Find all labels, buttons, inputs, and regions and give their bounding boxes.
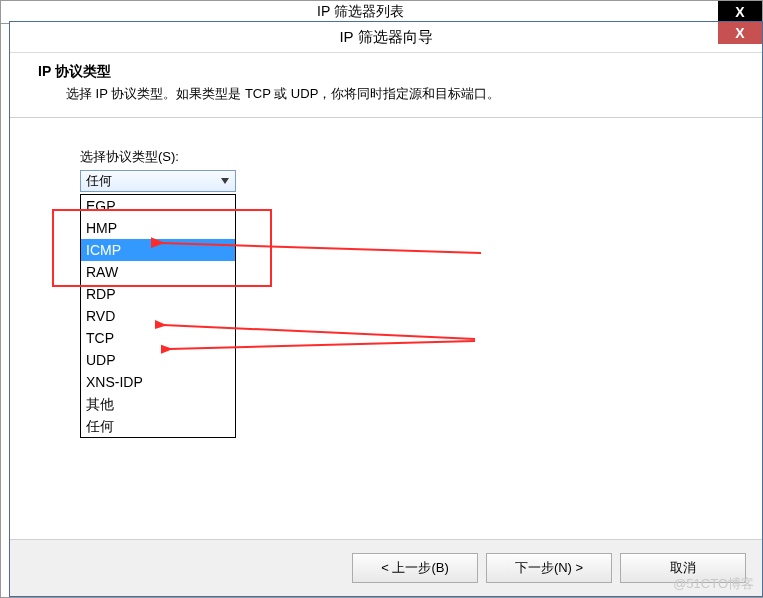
bg-window-close-button[interactable]: X	[718, 1, 762, 23]
protocol-option-icmp[interactable]: ICMP	[81, 239, 235, 261]
protocol-type-combo[interactable]: 任何	[80, 170, 236, 192]
protocol-type-label: 选择协议类型(S):	[80, 148, 762, 166]
next-button-label: 下一步(N) >	[515, 559, 583, 577]
bg-window-title: IP 筛选器列表	[317, 3, 404, 21]
close-icon: X	[735, 4, 744, 20]
outer-frame: IP 筛选器列表 X IP 筛选器向导 X IP 协议类型 选择 IP 协议类型…	[0, 0, 763, 598]
protocol-type-dropdown[interactable]: EGPHMPICMPRAWRDPRVDTCPUDPXNS-IDP其他任何	[80, 194, 236, 438]
protocol-option-egp[interactable]: EGP	[81, 195, 235, 217]
protocol-option-任何[interactable]: 任何	[81, 415, 235, 437]
wizard-body: 选择协议类型(S): 任何 EGPHMPICMPRAWRDPRVDTCPUDPX…	[10, 118, 762, 548]
back-button-label: < 上一步(B)	[381, 559, 449, 577]
protocol-option-rvd[interactable]: RVD	[81, 305, 235, 327]
protocol-type-value: 任何	[86, 172, 112, 190]
back-button[interactable]: < 上一步(B)	[352, 553, 478, 583]
wizard-window: IP 筛选器向导 X IP 协议类型 选择 IP 协议类型。如果类型是 TCP …	[9, 21, 763, 597]
wizard-title: IP 筛选器向导	[339, 28, 432, 47]
protocol-option-udp[interactable]: UDP	[81, 349, 235, 371]
protocol-option-rdp[interactable]: RDP	[81, 283, 235, 305]
wizard-close-button[interactable]: X	[718, 22, 762, 44]
protocol-option-其他[interactable]: 其他	[81, 393, 235, 415]
wizard-header-title: IP 协议类型	[38, 63, 762, 81]
watermark: @51CTO博客	[673, 575, 754, 593]
protocol-option-hmp[interactable]: HMP	[81, 217, 235, 239]
wizard-header: IP 协议类型 选择 IP 协议类型。如果类型是 TCP 或 UDP，你将同时指…	[10, 53, 762, 118]
protocol-option-raw[interactable]: RAW	[81, 261, 235, 283]
wizard-titlebar: IP 筛选器向导 X	[10, 22, 762, 53]
wizard-button-bar: < 上一步(B) 下一步(N) > 取消	[10, 539, 762, 596]
chevron-down-icon	[217, 173, 233, 189]
close-icon: X	[735, 25, 744, 41]
protocol-option-xns-idp[interactable]: XNS-IDP	[81, 371, 235, 393]
next-button[interactable]: 下一步(N) >	[486, 553, 612, 583]
protocol-option-tcp[interactable]: TCP	[81, 327, 235, 349]
wizard-header-desc: 选择 IP 协议类型。如果类型是 TCP 或 UDP，你将同时指定源和目标端口。	[66, 85, 762, 103]
